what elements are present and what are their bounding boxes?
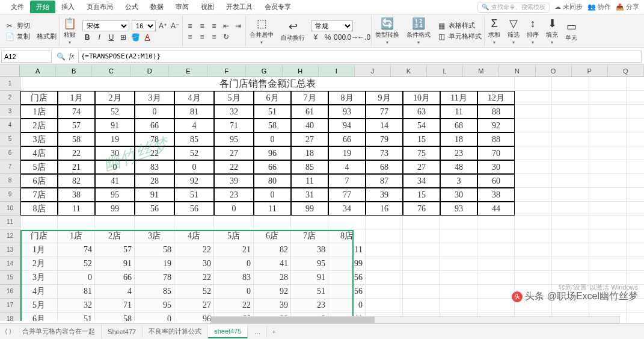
cell[interactable] (627, 257, 644, 271)
cell[interactable] (440, 285, 477, 299)
cell[interactable] (589, 160, 627, 174)
cell[interactable]: 4月 (174, 91, 214, 105)
cell[interactable]: 56 (135, 202, 174, 216)
cell[interactable]: 7店 (20, 188, 58, 202)
cell[interactable] (366, 299, 403, 313)
cell[interactable] (627, 146, 644, 160)
col-header-F[interactable]: F (207, 65, 246, 76)
share-button[interactable]: 📤 分享 (616, 2, 639, 11)
cell[interactable]: 0 (135, 105, 174, 119)
cell[interactable] (552, 160, 589, 174)
cell[interactable] (440, 299, 477, 313)
align-center-icon[interactable]: ≡ (197, 32, 207, 42)
cell[interactable] (627, 160, 644, 174)
cell[interactable]: 11 (440, 105, 477, 119)
cell[interactable]: 92 (174, 174, 214, 188)
row-header[interactable]: 3 (0, 105, 20, 119)
cell[interactable]: 52 (95, 105, 135, 119)
cell[interactable]: 2月 (95, 91, 135, 105)
cell[interactable]: 11 (328, 243, 366, 257)
cell[interactable] (552, 202, 589, 216)
cell[interactable]: 71 (214, 119, 254, 132)
cell[interactable]: 88 (477, 132, 515, 146)
percent-icon[interactable]: % (323, 33, 333, 42)
cell[interactable] (515, 243, 552, 257)
cell[interactable] (403, 285, 440, 299)
cell[interactable] (515, 174, 552, 188)
cell[interactable]: 96 (254, 146, 291, 160)
row-header[interactable]: 17 (0, 299, 20, 313)
cell[interactable]: 96 (174, 313, 214, 321)
align-right-icon[interactable]: ≡ (209, 32, 219, 42)
cell[interactable]: 66 (254, 160, 291, 174)
cell[interactable]: 51 (291, 285, 328, 299)
cell[interactable]: 52 (174, 285, 214, 299)
cell[interactable] (366, 285, 403, 299)
cell[interactable] (627, 77, 644, 91)
cell[interactable]: 23 (440, 146, 477, 160)
cell[interactable]: 4 (328, 160, 366, 174)
cell[interactable] (403, 257, 440, 271)
merge-button[interactable]: ⬚合并居中▾ (246, 16, 277, 46)
cell[interactable]: 30 (477, 160, 515, 174)
cell[interactable] (20, 216, 58, 229)
tab-layout[interactable]: 页面布局 (81, 1, 119, 13)
cell[interactable]: 51 (174, 188, 214, 202)
cell[interactable] (95, 216, 135, 229)
cell[interactable] (552, 132, 589, 146)
cell[interactable] (477, 243, 515, 257)
cell[interactable]: 5月 (214, 91, 254, 105)
cell[interactable]: 11 (291, 174, 328, 188)
font-name-select[interactable]: 宋体 (82, 20, 129, 31)
search-fx-icon[interactable]: 🔍 (57, 52, 66, 61)
cell[interactable]: 99 (95, 202, 135, 216)
cell[interactable]: 18 (440, 132, 477, 146)
cell[interactable]: 1月 (58, 91, 95, 105)
cell[interactable] (214, 216, 254, 229)
cell[interactable] (403, 229, 440, 243)
cell[interactable]: 22 (58, 146, 95, 160)
cell[interactable]: 57 (58, 119, 95, 132)
cell[interactable]: 95 (291, 257, 328, 271)
row-header[interactable]: 9 (0, 188, 20, 202)
cell[interactable]: 34 (403, 174, 440, 188)
cell[interactable]: 4店 (20, 146, 58, 160)
col-header-K[interactable]: K (391, 65, 427, 76)
cell[interactable]: 85 (291, 160, 328, 174)
cell[interactable] (403, 271, 440, 285)
col-header-D[interactable]: D (130, 65, 169, 76)
cell[interactable]: 83 (135, 160, 174, 174)
align-top-icon[interactable]: ≡ (185, 21, 195, 31)
cell[interactable]: 10月 (403, 91, 440, 105)
cell[interactable]: 0 (214, 202, 254, 216)
cell[interactable] (366, 257, 403, 271)
filter-button[interactable]: ▽筛选▾ (504, 16, 523, 46)
wrap-button[interactable]: ↩自动换行 (277, 16, 308, 46)
col-header-L[interactable]: L (427, 65, 463, 76)
cell[interactable]: 4 (174, 119, 214, 132)
cell[interactable] (366, 229, 403, 243)
sheet-tab-3[interactable]: 不良率的计算公式 (143, 325, 208, 338)
cell[interactable] (477, 229, 515, 243)
cell[interactable]: 51 (58, 313, 95, 321)
cell[interactable]: 95 (135, 299, 174, 313)
cell[interactable]: 78 (135, 271, 174, 285)
cell[interactable]: 68 (366, 160, 403, 174)
cell[interactable] (589, 105, 627, 119)
cell[interactable]: 93 (328, 105, 366, 119)
cell[interactable] (515, 257, 552, 271)
coop-button[interactable]: 👥 协作 (587, 2, 611, 11)
cell[interactable]: 73 (366, 146, 403, 160)
tab-formula[interactable]: 公式 (119, 1, 144, 13)
cell[interactable] (627, 243, 644, 257)
font-size-select[interactable]: 16 (132, 20, 156, 31)
cell[interactable]: 93 (440, 202, 477, 216)
cell[interactable]: 27 (403, 160, 440, 174)
cell[interactable] (515, 146, 552, 160)
cell[interactable] (477, 299, 515, 313)
cell[interactable]: 48 (440, 160, 477, 174)
cell[interactable] (627, 105, 644, 119)
cell[interactable]: 91 (95, 119, 135, 132)
cell[interactable]: 52 (58, 257, 95, 271)
cell[interactable]: 22 (214, 299, 254, 313)
